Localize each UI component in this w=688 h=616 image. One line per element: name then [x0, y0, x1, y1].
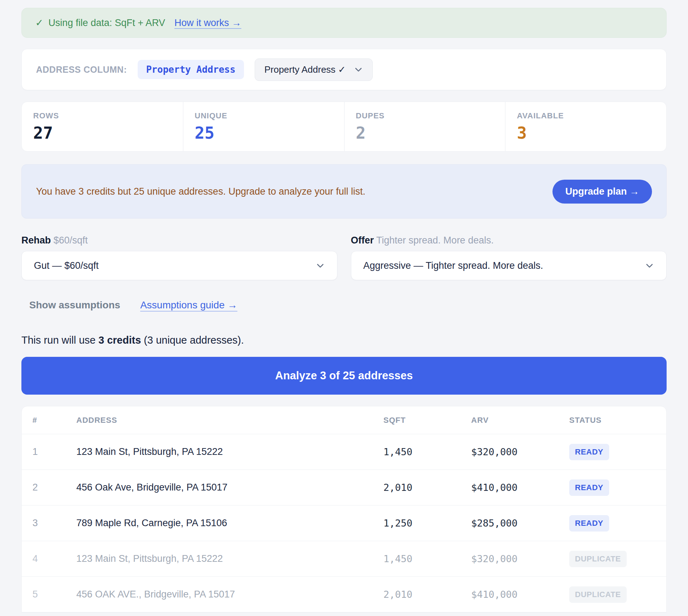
header-status: STATUS — [569, 416, 656, 425]
status-badge: READY — [569, 479, 609, 496]
stat-unique-label: UNIQUE — [195, 111, 344, 120]
file-data-message: ✓ Using file data: SqFt + ARV — [35, 17, 165, 29]
stats-row: ROWS 27 UNIQUE 25 DUPES 2 AVAILABLE 3 — [21, 102, 667, 152]
stat-unique-value: 25 — [195, 123, 344, 143]
row-sqft: 2,010 — [383, 482, 471, 493]
table-header: # ADDRESS SQFT ARV STATUS — [22, 406, 666, 434]
row-index: 2 — [32, 482, 76, 493]
rehab-select-value: Gut — $60/sqft — [34, 260, 99, 271]
header-sqft: SQFT — [383, 416, 471, 425]
table-row: 4 123 Main St, Pittsburgh, PA 15222 1,45… — [22, 541, 666, 577]
chevron-down-icon — [645, 261, 654, 270]
stat-available-label: AVAILABLE — [517, 111, 666, 120]
upgrade-message: You have 3 credits but 25 unique address… — [36, 186, 366, 197]
row-index: 3 — [32, 518, 76, 529]
row-sqft: 2,010 — [383, 589, 471, 600]
check-icon: ✓ — [35, 17, 44, 29]
status-badge: DUPLICATE — [569, 551, 627, 567]
row-index: 5 — [32, 589, 76, 600]
offer-label: Offer — [351, 235, 374, 246]
address-column-select[interactable]: Property Address ✓ — [255, 58, 372, 81]
rehab-hint: $60/sqft — [53, 235, 88, 246]
row-index: 1 — [32, 446, 76, 457]
table-row: 3 789 Maple Rd, Carnegie, PA 15106 1,250… — [22, 505, 666, 541]
row-arv: $410,000 — [471, 482, 569, 493]
upgrade-banner: You have 3 credits but 25 unique address… — [21, 164, 667, 219]
row-address: 456 OAK AVE., Bridgeville, PA 15017 — [76, 589, 383, 600]
assumptions-guide-link[interactable]: Assumptions guide → — [140, 299, 237, 311]
analyze-button[interactable]: Analyze 3 of 25 addresses — [21, 357, 667, 395]
upgrade-plan-button[interactable]: Upgrade plan → — [552, 180, 652, 204]
address-column-label: ADDRESS COLUMN: — [36, 65, 127, 75]
stat-dupes: DUPES 2 — [344, 102, 505, 151]
stat-rows: ROWS 27 — [22, 102, 183, 151]
stat-available: AVAILABLE 3 — [505, 102, 666, 151]
address-column-badge: Property Address — [138, 60, 244, 79]
row-arv: $410,000 — [471, 589, 569, 600]
stat-dupes-label: DUPES — [356, 111, 505, 120]
stat-dupes-value: 2 — [356, 123, 505, 143]
stat-unique: UNIQUE 25 — [183, 102, 344, 151]
offer-hint: Tighter spread. More deals. — [376, 235, 494, 246]
controls-section: Rehab $60/sqft Gut — $60/sqft Offer Tigh… — [21, 235, 667, 280]
rehab-label-row: Rehab $60/sqft — [21, 235, 337, 246]
address-column-card: ADDRESS COLUMN: Property Address Propert… — [21, 49, 667, 90]
row-arv: $285,000 — [471, 518, 569, 529]
status-badge: READY — [569, 444, 609, 460]
addresses-table: # ADDRESS SQFT ARV STATUS 1 123 Main St,… — [21, 406, 667, 613]
run-credits-note: This run will use 3 credits (3 unique ad… — [21, 334, 667, 346]
stat-available-value: 3 — [517, 123, 666, 143]
row-arv: $320,000 — [471, 553, 569, 564]
address-column-select-value: Property Address ✓ — [264, 64, 346, 75]
chevron-down-icon — [354, 65, 363, 74]
status-badge: READY — [569, 515, 609, 532]
offer-select[interactable]: Aggressive — Tighter spread. More deals. — [351, 251, 667, 280]
rehab-select[interactable]: Gut — $60/sqft — [21, 251, 337, 280]
header-arv: ARV — [471, 416, 569, 425]
rehab-control: Rehab $60/sqft Gut — $60/sqft — [21, 235, 337, 280]
row-address: 789 Maple Rd, Carnegie, PA 15106 — [76, 518, 383, 529]
row-arv: $320,000 — [471, 446, 569, 457]
offer-control: Offer Tighter spread. More deals. Aggres… — [351, 235, 667, 280]
file-data-banner: ✓ Using file data: SqFt + ARV How it wor… — [21, 8, 667, 38]
row-address: 456 Oak Ave, Bridgeville, PA 15017 — [76, 482, 383, 493]
show-assumptions-toggle[interactable]: Show assumptions — [29, 299, 120, 311]
status-badge: DUPLICATE — [569, 586, 627, 603]
header-index: # — [32, 416, 76, 425]
offer-select-value: Aggressive — Tighter spread. More deals. — [363, 260, 543, 271]
header-address: ADDRESS — [76, 416, 383, 425]
offer-label-row: Offer Tighter spread. More deals. — [351, 235, 667, 246]
row-sqft: 1,450 — [383, 553, 471, 564]
stat-rows-label: ROWS — [33, 111, 183, 120]
stat-rows-value: 27 — [33, 123, 183, 143]
row-sqft: 1,250 — [383, 518, 471, 529]
rehab-label: Rehab — [21, 235, 51, 246]
credits-count: 3 credits — [98, 334, 141, 346]
table-row: 5 456 OAK AVE., Bridgeville, PA 15017 2,… — [22, 577, 666, 612]
table-row: 1 123 Main St, Pittsburgh, PA 15222 1,45… — [22, 434, 666, 470]
file-data-message-text: Using file data: SqFt + ARV — [49, 17, 165, 29]
chevron-down-icon — [316, 261, 325, 270]
table-row: 2 456 Oak Ave, Bridgeville, PA 15017 2,0… — [22, 470, 666, 505]
assumptions-row: Show assumptions Assumptions guide → — [29, 299, 667, 311]
how-it-works-link[interactable]: How it works → — [174, 17, 241, 29]
page: ✓ Using file data: SqFt + ARV How it wor… — [0, 0, 688, 613]
row-address: 123 Main St, Pittsburgh, PA 15222 — [76, 446, 383, 457]
row-sqft: 1,450 — [383, 446, 471, 457]
row-address: 123 Main St, Pittsburgh, PA 15222 — [76, 553, 383, 564]
row-index: 4 — [32, 553, 76, 564]
